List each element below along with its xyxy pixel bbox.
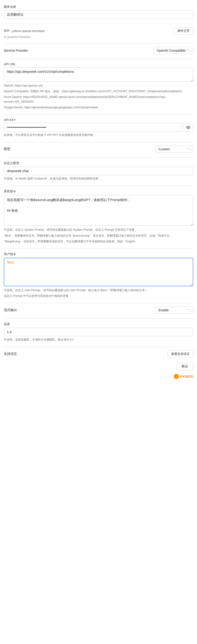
plugin-home-button[interactable]: 插件主页: [174, 27, 193, 34]
api-url-hint-openai: OpenAI: https://api.openai.com: [4, 84, 193, 88]
toggle-visibility-button[interactable]: [183, 123, 193, 132]
api-url-input[interactable]: https://api.deepseek.com/v1/chat/complet…: [4, 67, 193, 82]
svg-point-5: [176, 376, 177, 378]
api-key-input[interactable]: [4, 123, 181, 132]
svg-point-0: [186, 126, 190, 128]
plugin-info: 插件 yetone.openai.translator: [4, 29, 45, 33]
user-prompt-label: 用户指令: [4, 252, 193, 256]
streaming-select[interactable]: Enable Disable: [155, 306, 193, 314]
svg-point-3: [175, 375, 176, 376]
api-url-hint-compatible: OpenAI Compatible: 完整的 API 地址，例如：https:/…: [4, 89, 193, 94]
streaming-select-wrapper: Enable Disable ⌃⌄: [155, 306, 193, 314]
api-url-section: API URL https://api.deepseek.com/v1/chat…: [4, 62, 193, 110]
plugin-section: 插件 yetone.openai.translator 插件主页 AI powe…: [4, 27, 193, 39]
api-url-label: API URL: [4, 62, 193, 66]
model-select[interactable]: Custom gpt-3.5-turbo gpt-4 gpt-4o: [155, 146, 193, 153]
service-provider-label: Service Provider: [4, 48, 28, 52]
svg-point-4: [177, 375, 178, 376]
divider-8: [4, 248, 193, 249]
service-provider-row: Service Provider OpenAI Compatible OpenA…: [4, 47, 193, 54]
plugin-id: yetone.openai.translator: [12, 29, 45, 33]
system-prompt-var2: `$targetLang` - 目标语言，即需要翻译成的语言，可以在翻译窗口中手…: [4, 239, 193, 244]
custom-model-section: 自定义模型 可选项。当 Model 选择 Custom 时，此项为必填项。请填写…: [4, 161, 193, 181]
service-provider-select[interactable]: OpenAI Compatible OpenAI Azure OpenAI Go…: [154, 47, 193, 54]
system-prompt-input[interactable]: 现在我要写一个将$sourceLang翻译成$targetLang的GPT，请参…: [4, 195, 193, 226]
eye-icon: [186, 125, 191, 130]
divider-11: [4, 347, 193, 347]
custom-model-hint: 可选项。当 Model 选择 Custom 时，此项为必填项。请填写有效的模型名…: [4, 176, 193, 181]
verify-section: 验证: [4, 362, 193, 370]
divider-7: [4, 186, 193, 186]
divider-4: [4, 114, 193, 115]
support-lang-label: 支持语言: [4, 352, 17, 356]
model-section: 模型 Custom gpt-3.5-turbo gpt-4 gpt-4o ⌃⌄: [4, 146, 193, 153]
user-prompt-input[interactable]: $text: [4, 258, 193, 286]
pkmer-bear-icon: [174, 374, 179, 379]
user-prompt-hint1: 可选项。自定义 User Prompt，填写则会覆盖默认的 User Promp…: [4, 288, 193, 292]
pkmer-icon: [174, 374, 179, 379]
divider-6: [4, 158, 193, 158]
service-name-label: 服务名称: [4, 5, 193, 9]
settings-page: 服务名称 插件 yetone.openai.translator 插件主页 AI…: [0, 0, 197, 389]
support-lang-row: 支持语言 查看支持语言: [4, 350, 193, 358]
service-provider-select-wrapper: OpenAI Compatible OpenAI Azure OpenAI Go…: [154, 47, 193, 54]
temperature-input[interactable]: [4, 328, 193, 336]
service-provider-section: Service Provider OpenAI Compatible OpenA…: [4, 47, 193, 54]
support-lang-section: 支持语言 查看支持语言: [4, 350, 193, 358]
system-prompt-hint: 可选项。自定义 System Prompt，填写则会覆盖默认的 System P…: [4, 228, 193, 232]
user-prompt-hint2: 自定义 Prompt 中可以使用与系统指令中相同的变量: [4, 294, 193, 298]
divider-9: [4, 303, 193, 303]
streaming-label: 流式输出: [4, 308, 17, 312]
verify-button[interactable]: 验证: [177, 362, 193, 370]
temperature-section: 温度 可选项。温度值越高，生成的文本越随机。默认值为 0.2: [4, 322, 193, 342]
streaming-row: 流式输出 Enable Disable ⌃⌄: [4, 306, 193, 314]
streaming-section: 流式输出 Enable Disable ⌃⌄: [4, 306, 193, 314]
api-key-hint: 必填项。可以用英文逗号分割多个 API KEY 以实现额度加倍及负载均衡: [4, 133, 193, 137]
system-prompt-label: 系统指令: [4, 189, 193, 194]
divider-1: [4, 24, 193, 24]
custom-model-label: 自定义模型: [4, 161, 193, 165]
system-prompt-var1: `$text` - 需要翻译的文本，即翻译窗口输入框内的文本 `$sourceL…: [4, 234, 193, 238]
model-select-wrapper: Custom gpt-3.5-turbo gpt-4 gpt-4o ⌃⌄: [155, 146, 193, 153]
divider-10: [4, 318, 193, 319]
service-name-section: 服务名称: [4, 5, 193, 19]
plugin-prefix: 插件: [4, 29, 10, 33]
api-key-section: API KEY 必填项。可以用英文逗号分割多个 API KEY 以实现额度加倍及…: [4, 118, 193, 137]
model-row: 模型 Custom gpt-3.5-turbo gpt-4 gpt-4o ⌃⌄: [4, 146, 193, 153]
custom-model-input[interactable]: [4, 167, 193, 175]
support-lang-button[interactable]: 查看支持语言: [168, 350, 193, 358]
user-prompt-section: 用户指令 $text 可选项。自定义 User Prompt，填写则会覆盖默认的…: [4, 252, 193, 298]
pkmer-logo: PKMER: [174, 374, 193, 379]
svg-point-1: [188, 126, 189, 128]
system-prompt-section: 系统指令 现在我要写一个将$sourceLang翻译成$targetLang的G…: [4, 189, 193, 244]
pkmer-text: PKMER: [180, 375, 193, 378]
divider-5: [4, 142, 193, 142]
api-key-row: [4, 123, 193, 132]
api-url-hint-azure: Azure OpenAI: https://RESOURCE_NAME.open…: [4, 95, 193, 104]
api-url-hint-gemini: Google Gemini: https://generativelanguag…: [4, 105, 193, 110]
service-name-input[interactable]: [4, 10, 193, 19]
plugin-row: 插件 yetone.openai.translator 插件主页: [4, 27, 193, 34]
api-key-label: API KEY: [4, 118, 193, 122]
model-label: 模型: [4, 147, 10, 151]
pkmer-footer: PKMER: [4, 374, 193, 379]
temperature-hint: 可选项。温度值越高，生成的文本越随机。默认值为 0.2: [4, 338, 193, 342]
temperature-label: 温度: [4, 322, 193, 326]
plugin-desc: AI powered translator: [4, 35, 193, 39]
divider-2: [4, 44, 193, 44]
divider-3: [4, 59, 193, 59]
